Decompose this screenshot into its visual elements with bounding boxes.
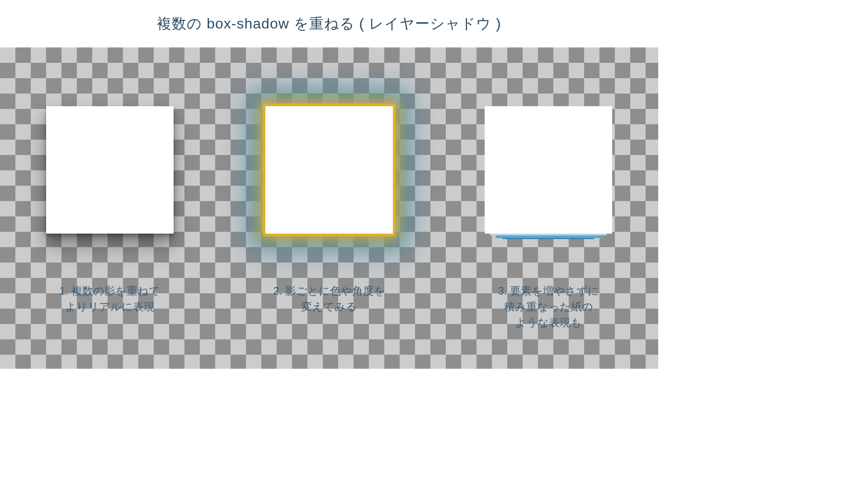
header: 複数の box-shadow を重ねる ( レイヤーシャドウ ) (0, 0, 658, 47)
caption-2: 2. 影ごとに色や角度を 変えてみる (273, 283, 385, 315)
demo-stage: 1. 複数の影を重ねて よりリアルに表現 2. 影ごとに色や角度を 変えてみる … (0, 47, 658, 369)
shadow-demo-box-2 (265, 106, 393, 234)
example-1: 1. 複数の影を重ねて よりリアルに表現 (19, 106, 200, 315)
shadow-demo-box-3 (485, 106, 612, 234)
example-3: 3. 要素を増やさずに 積み重なった紙の ような表現も (458, 106, 639, 330)
caption-1: 1. 複数の影を重ねて よりリアルに表現 (59, 283, 160, 315)
page-title: 複数の box-shadow を重ねる ( レイヤーシャドウ ) (157, 14, 501, 34)
caption-3: 3. 要素を増やさずに 積み重なった紙の ような表現も (498, 283, 599, 330)
example-2: 2. 影ごとに色や角度を 変えてみる (239, 106, 420, 315)
shadow-demo-box-1 (46, 106, 174, 234)
